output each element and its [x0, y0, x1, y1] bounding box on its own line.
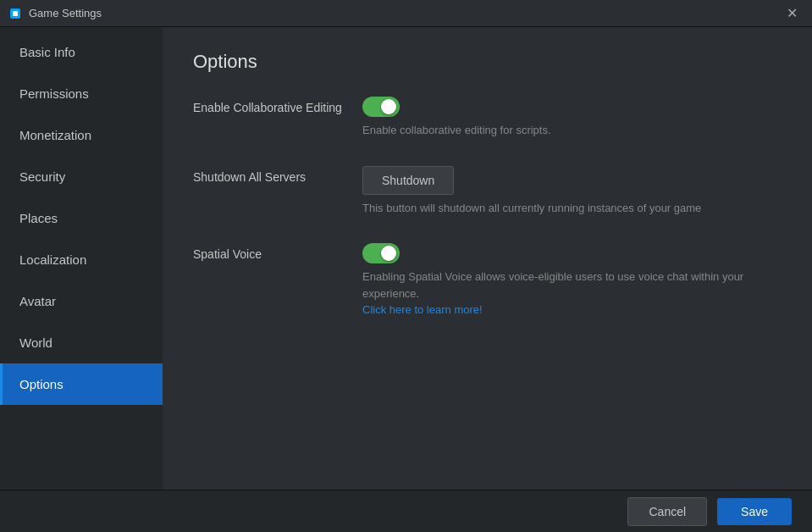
option-row-shutdown: Shutdown All Servers Shutdown This butto…	[193, 166, 782, 217]
shutdown-description: This button will shutdown all currently …	[362, 200, 782, 217]
toggle-slider-spatial	[362, 243, 400, 263]
sidebar-item-world[interactable]: World	[0, 322, 163, 363]
page-title: Options	[193, 51, 782, 73]
title-bar-left: Game Settings	[8, 7, 102, 20]
cancel-button[interactable]: Cancel	[627, 497, 707, 526]
shutdown-button[interactable]: Shutdown	[362, 166, 454, 195]
sidebar: Basic Info Permissions Monetization Secu…	[0, 27, 163, 490]
sidebar-item-basic-info[interactable]: Basic Info	[0, 31, 163, 73]
sidebar-item-security[interactable]: Security	[0, 156, 163, 197]
footer: Cancel Save	[0, 490, 812, 532]
sidebar-item-permissions[interactable]: Permissions	[0, 73, 163, 114]
app-icon	[8, 7, 22, 20]
title-bar: Game Settings ✕	[0, 0, 812, 27]
sidebar-item-monetization[interactable]: Monetization	[0, 114, 163, 156]
sidebar-item-localization[interactable]: Localization	[0, 239, 163, 280]
sidebar-item-places[interactable]: Places	[0, 197, 163, 239]
toggle-slider	[362, 97, 400, 117]
spatial-voice-toggle[interactable]	[362, 243, 400, 263]
collaborative-editing-control: Enable collaborative editing for scripts…	[362, 97, 782, 139]
main-layout: Basic Info Permissions Monetization Secu…	[0, 27, 812, 490]
spatial-voice-label: Spatial Voice	[193, 243, 345, 263]
svg-rect-1	[13, 11, 18, 16]
close-button[interactable]: ✕	[780, 2, 804, 25]
save-button[interactable]: Save	[717, 498, 792, 525]
sidebar-item-options[interactable]: Options	[0, 363, 163, 405]
sidebar-item-avatar[interactable]: Avatar	[0, 280, 163, 322]
collaborative-editing-toggle[interactable]	[362, 97, 400, 117]
window-title: Game Settings	[29, 7, 102, 19]
shutdown-control: Shutdown This button will shutdown all c…	[362, 166, 782, 217]
collaborative-editing-label: Enable Collaborative Editing	[193, 97, 345, 117]
option-row-collaborative-editing: Enable Collaborative Editing Enable coll…	[193, 97, 782, 139]
spatial-voice-learn-more-link[interactable]: Click here to learn more!	[362, 303, 483, 316]
shutdown-label: Shutdown All Servers	[193, 166, 345, 186]
spatial-voice-description: Enabling Spatial Voice allows voice-elig…	[362, 269, 782, 319]
content-area: Options Enable Collaborative Editing Ena…	[163, 27, 812, 490]
option-row-spatial-voice: Spatial Voice Enabling Spatial Voice all…	[193, 243, 782, 319]
spatial-voice-control: Enabling Spatial Voice allows voice-elig…	[362, 243, 782, 319]
collaborative-editing-description: Enable collaborative editing for scripts…	[362, 122, 782, 139]
